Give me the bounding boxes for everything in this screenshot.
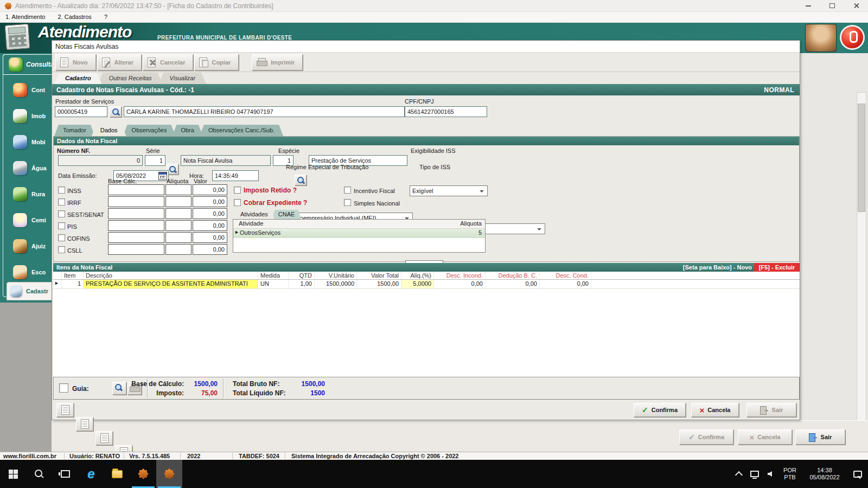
subtab-dados[interactable]: Dados (92, 125, 126, 136)
sest-checkbox[interactable] (58, 210, 65, 217)
confirma-button[interactable]: ✓ Confirma (634, 403, 686, 417)
irrf-valor-field[interactable]: 0,00 (193, 196, 227, 207)
copiar-button[interactable]: Copiar (194, 54, 239, 70)
parent-confirma-button[interactable]: ✓ Confirma (679, 429, 733, 445)
atividade-row[interactable]: ► OutrosServiços 5 (233, 229, 485, 238)
irrf-base-field[interactable] (108, 196, 164, 207)
csll-aliquota-field[interactable] (165, 244, 192, 255)
menu-atendimento[interactable]: 1. Atendimento (0, 12, 50, 20)
pis-checkbox[interactable] (58, 222, 65, 229)
itens-section-bar: Itens da Nota Fiscal [Seta para Baixo] -… (53, 263, 800, 272)
novo-button[interactable]: Novo (55, 54, 96, 70)
nav-next-button[interactable] (95, 431, 113, 445)
cancelar-button[interactable]: Cancelar (143, 54, 193, 70)
item-row[interactable]: ► 1 PRESTAÇÃO DE SERVIÇO DE ASSITENTE AD… (53, 280, 800, 289)
imprimir-button[interactable]: Imprimir (252, 54, 303, 70)
parent-sair-button[interactable]: Sair (795, 429, 845, 445)
base-calculo-label: Base de Cálculo: (119, 380, 184, 388)
parent-cancela-button[interactable]: × Cancela (738, 429, 792, 445)
pis-valor-field[interactable]: 0,00 (193, 220, 227, 231)
scrollbar-thumb[interactable] (858, 104, 865, 212)
subtab-tomador[interactable]: Tomador (54, 125, 95, 136)
csll-base-field[interactable] (108, 244, 164, 255)
sair-button[interactable]: Sair (746, 403, 796, 417)
calendar-icon[interactable] (158, 172, 167, 180)
cofins-checkbox[interactable] (58, 234, 65, 241)
tab-visualizar[interactable]: Visualizar (159, 73, 207, 84)
menu-cadastros[interactable]: 2. Cadastros (52, 12, 97, 20)
fiorilli-app-button-2[interactable] (156, 460, 182, 488)
cobrar-expediente-checkbox[interactable] (234, 199, 241, 206)
taskbar-search-button[interactable] (26, 460, 52, 488)
menu-help[interactable]: ? (99, 12, 113, 20)
tray-volume-button[interactable] (762, 460, 778, 488)
especie-search-button[interactable] (295, 175, 307, 185)
tab-outras-receitas[interactable]: Outras Receitas (98, 73, 163, 84)
pis-aliquota-field[interactable] (165, 220, 192, 231)
status-copyright: Sistema Integrado de Arrecadação Copyrig… (291, 453, 458, 459)
tab-cadastro[interactable]: Cadastro (54, 73, 102, 84)
language-indicator[interactable]: POR PTB (780, 460, 800, 488)
task-view-button[interactable] (52, 460, 78, 488)
clock-date: 05/08/2022 (809, 474, 839, 481)
speaker-icon (768, 471, 772, 477)
sest-base-field[interactable] (108, 208, 164, 219)
guia-checkbox[interactable] (59, 383, 68, 393)
inss-checkbox[interactable] (58, 187, 65, 194)
alterar-label: Alterar (114, 59, 133, 66)
novo-label: Novo (73, 59, 88, 66)
file-explorer-button[interactable] (104, 460, 130, 488)
hora-field[interactable]: 14:35:49 (212, 170, 259, 181)
cpf-field[interactable]: 45614227000165 (405, 106, 487, 117)
tab-atividades[interactable]: Atividades (234, 210, 275, 219)
inss-base-field[interactable] (108, 184, 164, 195)
sidebar-item-label: Imob (31, 113, 46, 119)
prestador-name-field[interactable]: CARLA KARINE THOMAZELLI RIBEIRO 04774907… (124, 106, 405, 117)
prestador-search-button[interactable] (110, 106, 122, 117)
alterar-button[interactable]: Alterar (97, 54, 142, 70)
tray-chevron-button[interactable] (731, 460, 746, 488)
prestador-code-field[interactable]: 000005419 (55, 106, 107, 117)
pis-base-field[interactable] (108, 220, 164, 231)
csll-checkbox[interactable] (58, 246, 65, 253)
subtab-observacoes[interactable]: Observações (123, 125, 176, 136)
irrf-aliquota-field[interactable] (165, 196, 192, 207)
minimize-button[interactable] (796, 0, 820, 11)
start-button[interactable] (0, 460, 26, 488)
clock-time: 14:38 (817, 467, 832, 474)
maximize-button[interactable] (820, 0, 844, 11)
notification-center-button[interactable] (848, 460, 867, 488)
serie-field[interactable]: 1 (145, 155, 165, 166)
subtab-obra[interactable]: Obra (172, 125, 202, 136)
internet-explorer-button[interactable]: e (78, 460, 104, 488)
nav-prev-button[interactable] (76, 417, 93, 431)
numero-field[interactable]: 0 (58, 155, 143, 166)
inss-aliquota-field[interactable] (165, 184, 192, 195)
exigibilidade-dropdown[interactable]: Exigível (410, 185, 488, 196)
imposto-retido-checkbox[interactable] (234, 187, 241, 194)
vertical-scrollbar[interactable] (857, 92, 866, 448)
clock[interactable]: 14:38 05/08/2022 (802, 460, 847, 488)
angel-icon (13, 213, 27, 227)
close-button[interactable] (844, 0, 868, 11)
simples-checkbox[interactable] (344, 199, 351, 206)
nav-first-button[interactable] (56, 403, 74, 417)
subtab-observacoes-canc[interactable]: Observações Canc./Sub. (200, 125, 283, 136)
tab-cnae[interactable]: CNAE (272, 210, 302, 219)
sest-aliquota-field[interactable] (165, 208, 192, 219)
cofins-valor-field[interactable]: 0,00 (193, 232, 227, 243)
cofins-aliquota-field[interactable] (165, 232, 192, 243)
cofins-base-field[interactable] (108, 232, 164, 243)
csll-valor-field[interactable]: 0,00 (193, 244, 227, 255)
incentivo-checkbox[interactable] (344, 187, 351, 194)
cancel-document-icon (148, 57, 156, 67)
tray-network-button[interactable] (748, 460, 762, 488)
irrf-checkbox[interactable] (58, 198, 65, 206)
inss-valor-field[interactable]: 0,00 (193, 184, 227, 195)
fiorilli-app-button-1[interactable] (130, 460, 156, 488)
search-icon (34, 469, 44, 479)
cancela-button[interactable]: × Cancela (691, 403, 739, 417)
exit-app-button[interactable] (840, 25, 865, 50)
sest-valor-field[interactable]: 0,00 (193, 208, 227, 219)
cell-qtd: 1,00 (289, 280, 315, 288)
